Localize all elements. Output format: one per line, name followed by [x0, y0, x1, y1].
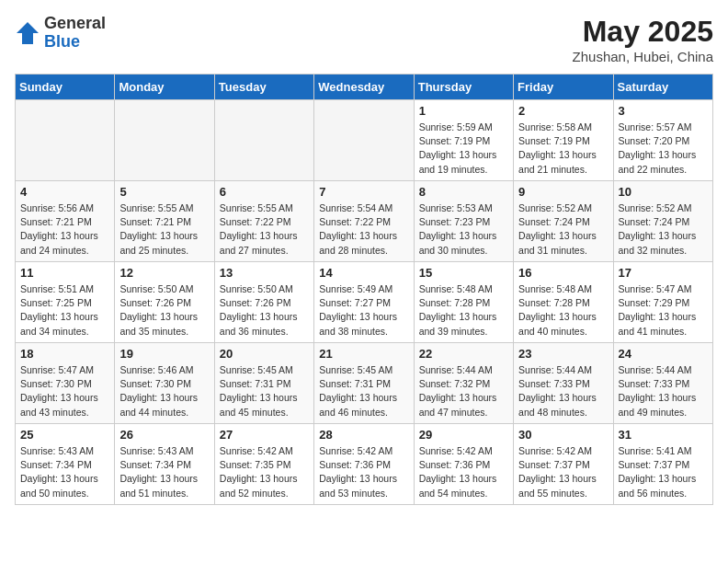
- day-number: 16: [518, 266, 608, 280]
- day-detail: Sunrise: 5:56 AMSunset: 7:21 PMDaylight:…: [20, 201, 109, 258]
- day-detail: Sunrise: 5:48 AMSunset: 7:28 PMDaylight:…: [419, 282, 508, 339]
- day-detail: Sunrise: 5:42 AMSunset: 7:36 PMDaylight:…: [419, 444, 508, 500]
- day-detail: Sunrise: 5:57 AMSunset: 7:20 PMDaylight:…: [619, 121, 708, 177]
- header-saturday: Saturday: [613, 75, 712, 100]
- calendar-cell: 15Sunrise: 5:48 AMSunset: 7:28 PMDayligh…: [414, 262, 513, 343]
- header: General Blue May 2025 Zhushan, Hubei, Ch…: [15, 15, 713, 64]
- calendar-cell: 16Sunrise: 5:48 AMSunset: 7:28 PMDayligh…: [514, 262, 613, 343]
- day-number: 13: [220, 266, 309, 280]
- day-detail: Sunrise: 5:50 AMSunset: 7:26 PMDaylight:…: [119, 282, 209, 339]
- week-row-2: 4Sunrise: 5:56 AMSunset: 7:21 PMDaylight…: [16, 181, 713, 262]
- day-number: 18: [20, 347, 109, 361]
- day-detail: Sunrise: 5:47 AMSunset: 7:30 PMDaylight:…: [20, 363, 109, 419]
- calendar-cell: 18Sunrise: 5:47 AMSunset: 7:30 PMDayligh…: [16, 343, 115, 424]
- day-detail: Sunrise: 5:42 AMSunset: 7:35 PMDaylight:…: [220, 444, 309, 500]
- header-monday: Monday: [115, 75, 214, 100]
- day-number: 31: [619, 428, 708, 442]
- calendar-cell: 22Sunrise: 5:44 AMSunset: 7:32 PMDayligh…: [414, 343, 513, 424]
- logo-text: General Blue: [44, 15, 106, 52]
- calendar-cell: 31Sunrise: 5:41 AMSunset: 7:37 PMDayligh…: [613, 424, 712, 505]
- logo-icon: [15, 20, 40, 46]
- calendar-cell: 8Sunrise: 5:53 AMSunset: 7:23 PMDaylight…: [414, 181, 513, 262]
- day-number: 19: [119, 347, 209, 361]
- calendar-cell: 25Sunrise: 5:43 AMSunset: 7:34 PMDayligh…: [16, 424, 115, 505]
- day-number: 20: [220, 347, 309, 361]
- week-row-5: 25Sunrise: 5:43 AMSunset: 7:34 PMDayligh…: [16, 424, 713, 505]
- calendar-cell: 24Sunrise: 5:44 AMSunset: 7:33 PMDayligh…: [613, 343, 712, 424]
- day-number: 29: [419, 428, 508, 442]
- title-area: May 2025 Zhushan, Hubei, China: [573, 15, 713, 64]
- day-detail: Sunrise: 5:45 AMSunset: 7:31 PMDaylight:…: [319, 363, 408, 419]
- day-detail: Sunrise: 5:50 AMSunset: 7:26 PMDaylight:…: [220, 282, 309, 339]
- day-number: 21: [319, 347, 408, 361]
- calendar-cell: 27Sunrise: 5:42 AMSunset: 7:35 PMDayligh…: [214, 424, 313, 505]
- calendar-cell: 6Sunrise: 5:55 AMSunset: 7:22 PMDaylight…: [214, 181, 313, 262]
- calendar-cell: [16, 100, 115, 181]
- day-detail: Sunrise: 5:55 AMSunset: 7:21 PMDaylight:…: [119, 201, 209, 258]
- calendar-cell: [214, 100, 313, 181]
- calendar-cell: 11Sunrise: 5:51 AMSunset: 7:25 PMDayligh…: [16, 262, 115, 343]
- day-number: 4: [20, 185, 109, 199]
- svg-marker-0: [17, 22, 39, 44]
- day-detail: Sunrise: 5:52 AMSunset: 7:24 PMDaylight:…: [619, 201, 708, 258]
- calendar-cell: 29Sunrise: 5:42 AMSunset: 7:36 PMDayligh…: [414, 424, 513, 505]
- day-number: 15: [419, 266, 508, 280]
- day-number: 14: [319, 266, 408, 280]
- day-number: 2: [518, 104, 608, 118]
- day-number: 25: [20, 428, 109, 442]
- calendar-cell: 20Sunrise: 5:45 AMSunset: 7:31 PMDayligh…: [214, 343, 313, 424]
- day-number: 12: [119, 266, 209, 280]
- calendar-cell: 30Sunrise: 5:42 AMSunset: 7:37 PMDayligh…: [514, 424, 613, 505]
- day-number: 10: [619, 185, 708, 199]
- calendar-cell: [115, 100, 214, 181]
- calendar-cell: 7Sunrise: 5:54 AMSunset: 7:22 PMDaylight…: [314, 181, 414, 262]
- calendar-subtitle: Zhushan, Hubei, China: [573, 49, 713, 64]
- calendar-table: SundayMondayTuesdayWednesdayThursdayFrid…: [15, 74, 713, 505]
- week-row-4: 18Sunrise: 5:47 AMSunset: 7:30 PMDayligh…: [16, 343, 713, 424]
- day-detail: Sunrise: 5:44 AMSunset: 7:32 PMDaylight:…: [419, 363, 508, 419]
- day-detail: Sunrise: 5:41 AMSunset: 7:37 PMDaylight:…: [619, 444, 708, 500]
- day-number: 26: [119, 428, 209, 442]
- calendar-cell: 19Sunrise: 5:46 AMSunset: 7:30 PMDayligh…: [115, 343, 214, 424]
- day-detail: Sunrise: 5:51 AMSunset: 7:25 PMDaylight:…: [20, 282, 109, 339]
- day-detail: Sunrise: 5:47 AMSunset: 7:29 PMDaylight:…: [619, 282, 708, 339]
- week-row-3: 11Sunrise: 5:51 AMSunset: 7:25 PMDayligh…: [16, 262, 713, 343]
- logo-blue: Blue: [44, 32, 80, 51]
- calendar-cell: 10Sunrise: 5:52 AMSunset: 7:24 PMDayligh…: [613, 181, 712, 262]
- calendar-cell: 4Sunrise: 5:56 AMSunset: 7:21 PMDaylight…: [16, 181, 115, 262]
- day-number: 9: [518, 185, 608, 199]
- day-detail: Sunrise: 5:45 AMSunset: 7:31 PMDaylight:…: [220, 363, 309, 419]
- calendar-cell: 23Sunrise: 5:44 AMSunset: 7:33 PMDayligh…: [514, 343, 613, 424]
- header-thursday: Thursday: [414, 75, 513, 100]
- day-number: 1: [419, 104, 508, 118]
- calendar-cell: 21Sunrise: 5:45 AMSunset: 7:31 PMDayligh…: [314, 343, 414, 424]
- day-detail: Sunrise: 5:43 AMSunset: 7:34 PMDaylight:…: [20, 444, 109, 500]
- day-detail: Sunrise: 5:59 AMSunset: 7:19 PMDaylight:…: [419, 121, 508, 177]
- logo-general: General: [44, 14, 106, 32]
- day-detail: Sunrise: 5:53 AMSunset: 7:23 PMDaylight:…: [419, 201, 508, 258]
- calendar-cell: 28Sunrise: 5:42 AMSunset: 7:36 PMDayligh…: [314, 424, 414, 505]
- day-detail: Sunrise: 5:43 AMSunset: 7:34 PMDaylight:…: [119, 444, 209, 500]
- calendar-cell: 26Sunrise: 5:43 AMSunset: 7:34 PMDayligh…: [115, 424, 214, 505]
- day-number: 5: [119, 185, 209, 199]
- day-detail: Sunrise: 5:54 AMSunset: 7:22 PMDaylight:…: [319, 201, 408, 258]
- calendar-cell: 12Sunrise: 5:50 AMSunset: 7:26 PMDayligh…: [115, 262, 214, 343]
- calendar-header-row: SundayMondayTuesdayWednesdayThursdayFrid…: [16, 75, 713, 100]
- day-number: 23: [518, 347, 608, 361]
- day-number: 27: [220, 428, 309, 442]
- day-detail: Sunrise: 5:44 AMSunset: 7:33 PMDaylight:…: [619, 363, 708, 419]
- day-detail: Sunrise: 5:49 AMSunset: 7:27 PMDaylight:…: [319, 282, 408, 339]
- calendar-cell: 17Sunrise: 5:47 AMSunset: 7:29 PMDayligh…: [613, 262, 712, 343]
- day-detail: Sunrise: 5:42 AMSunset: 7:37 PMDaylight:…: [518, 444, 608, 500]
- header-friday: Friday: [514, 75, 613, 100]
- day-number: 17: [619, 266, 708, 280]
- day-detail: Sunrise: 5:55 AMSunset: 7:22 PMDaylight:…: [220, 201, 309, 258]
- calendar-title: May 2025: [573, 15, 713, 49]
- week-row-1: 1Sunrise: 5:59 AMSunset: 7:19 PMDaylight…: [16, 100, 713, 181]
- logo: General Blue: [15, 15, 106, 52]
- header-tuesday: Tuesday: [214, 75, 313, 100]
- calendar-cell: [314, 100, 414, 181]
- day-detail: Sunrise: 5:42 AMSunset: 7:36 PMDaylight:…: [319, 444, 408, 500]
- calendar-cell: 13Sunrise: 5:50 AMSunset: 7:26 PMDayligh…: [214, 262, 313, 343]
- day-detail: Sunrise: 5:48 AMSunset: 7:28 PMDaylight:…: [518, 282, 608, 339]
